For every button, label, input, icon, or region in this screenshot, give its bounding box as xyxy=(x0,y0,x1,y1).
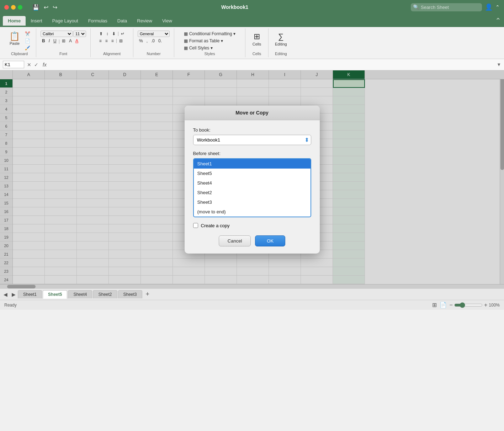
sheet-list-item-sheet3[interactable]: Sheet3 xyxy=(194,197,311,207)
font-family-select[interactable]: Calibri xyxy=(41,31,73,37)
sheet-tab-sheet2[interactable]: Sheet2 xyxy=(93,290,117,298)
add-sheet-button[interactable]: + xyxy=(143,291,153,298)
format-as-table-label: Format as Table xyxy=(189,38,220,43)
format-as-table-arrow: ▾ xyxy=(221,38,223,43)
workbook-title: Workbook1 xyxy=(221,4,248,10)
toolbar-icons: 💾 ↩ ↪ xyxy=(31,3,59,11)
divider: | xyxy=(59,38,60,44)
copy-button[interactable]: 📄 xyxy=(23,38,32,44)
search-wrapper: 🔍 xyxy=(411,3,482,11)
number-label: Number xyxy=(147,52,160,57)
fill-color-button[interactable]: A xyxy=(68,38,73,44)
underline-button[interactable]: U xyxy=(52,38,58,44)
tab-formulas[interactable]: Formulas xyxy=(83,16,112,26)
align-left-button[interactable]: ≡ xyxy=(98,38,103,44)
to-book-select[interactable]: Workbook1 xyxy=(193,135,311,145)
cancel-button[interactable]: Cancel xyxy=(219,235,251,246)
decimal-increase-button[interactable]: .0 xyxy=(150,38,156,44)
zoom-slider[interactable] xyxy=(454,302,483,308)
align-middle-button[interactable]: ↕ xyxy=(105,31,110,37)
copy-icon: 📄 xyxy=(25,38,30,43)
dialog-buttons: Cancel OK xyxy=(193,235,311,246)
minimize-button[interactable] xyxy=(11,5,16,10)
format-painter-icon: 🖌️ xyxy=(25,46,30,50)
sheet-tab-sheet4[interactable]: Sheet4 xyxy=(68,290,92,298)
formula-dropdown-icon[interactable]: ▼ xyxy=(497,62,501,67)
zoom-level: 100% xyxy=(489,303,500,308)
tab-insert[interactable]: Insert xyxy=(26,16,47,26)
sheet-tab-sheet1[interactable]: Sheet1 xyxy=(18,290,42,298)
sheet-list-item-sheet1[interactable]: Sheet1 xyxy=(194,159,311,169)
user-icon[interactable]: 👤 xyxy=(485,3,493,11)
page-view-button[interactable]: 📄 xyxy=(440,302,447,308)
close-button[interactable] xyxy=(4,5,9,10)
decimal-decrease-button[interactable]: 0. xyxy=(157,38,163,44)
ready-status: Ready xyxy=(4,303,17,308)
format-painter-button[interactable]: 🖌️ xyxy=(23,45,32,51)
formula-input[interactable] xyxy=(50,62,494,67)
sheet-list-item-sheet4[interactable]: Sheet4 xyxy=(194,178,311,188)
merge-button[interactable]: ⊞ xyxy=(118,38,124,44)
paste-button[interactable]: 📋 Paste xyxy=(7,31,22,47)
number-format-select[interactable]: General xyxy=(138,31,170,37)
bold-button[interactable]: B xyxy=(41,38,47,44)
formula-confirm-button[interactable]: ✓ xyxy=(33,61,39,68)
ok-button[interactable]: OK xyxy=(255,235,285,246)
ribbon-collapse-icon[interactable]: ⌃ xyxy=(495,16,501,25)
align-center-button[interactable]: ≡ xyxy=(104,38,109,44)
cell-styles-button[interactable]: ▦ Cell Styles ▾ xyxy=(182,45,237,51)
tab-page-layout[interactable]: Page Layout xyxy=(47,16,83,26)
percent-button[interactable]: % xyxy=(138,38,144,44)
font-top-row: Calibri 11 xyxy=(41,31,86,37)
formula-cancel-button[interactable]: ✕ xyxy=(26,61,32,68)
cells-button[interactable]: ⊞ Cells xyxy=(250,31,264,48)
align-top-button[interactable]: ⬆ xyxy=(98,31,104,37)
sheet-tab-sheet3[interactable]: Sheet3 xyxy=(118,290,142,298)
search-input[interactable] xyxy=(411,3,482,11)
formula-actions: ✕ ✓ xyxy=(26,61,39,68)
redo-icon-btn[interactable]: ↪ xyxy=(51,3,59,11)
save-icon-btn[interactable]: 💾 xyxy=(31,3,41,11)
zoom-out-button[interactable]: − xyxy=(450,302,453,308)
maximize-button[interactable] xyxy=(18,5,22,10)
tab-review[interactable]: Review xyxy=(132,16,157,26)
sheet-list-item-move-to-end[interactable]: (move to end) xyxy=(194,207,311,217)
conditional-formatting-icon: ▦ xyxy=(184,31,188,36)
border-button[interactable]: ⊞ xyxy=(60,38,67,44)
thousands-button[interactable]: , xyxy=(145,38,149,44)
font-size-select[interactable]: 11 xyxy=(73,31,86,37)
cut-button[interactable]: ✂️ xyxy=(23,31,32,37)
cell-reference-box[interactable]: K1 xyxy=(3,61,24,68)
format-as-table-button[interactable]: ▦ Format as Table ▾ xyxy=(182,38,237,44)
conditional-formatting-button[interactable]: ▦ Conditional Formatting ▾ xyxy=(182,31,237,37)
ribbon-group-editing: ∑ Editing Editing xyxy=(269,28,293,57)
zoom-in-button[interactable]: + xyxy=(484,302,487,308)
tab-view[interactable]: View xyxy=(157,16,177,26)
grid-view-button[interactable]: ⊞ xyxy=(432,302,437,308)
sheet-tab-sheet5[interactable]: Sheet5 xyxy=(43,290,67,299)
cell-styles-icon: ▦ xyxy=(184,46,188,50)
editing-button[interactable]: ∑ Editing xyxy=(273,31,289,48)
tab-data[interactable]: Data xyxy=(112,16,132,26)
sheet-tabs-bar: ◀ ▶ Sheet1 Sheet5 Sheet4 Sheet2 Sheet3 + xyxy=(0,288,504,300)
title-bar: 💾 ↩ ↪ Workbook1 🔍 👤 ⌃ xyxy=(0,0,504,14)
font-controls: Calibri 11 B I U | ⊞ A A xyxy=(41,31,86,44)
before-sheet-listbox[interactable]: Sheet1 Sheet5 Sheet4 Sheet2 Sheet3 (move… xyxy=(193,158,311,217)
font-color-button[interactable]: A xyxy=(74,38,80,44)
cut-copy-format: ✂️ 📄 🖌️ xyxy=(23,31,32,51)
tab-home[interactable]: Home xyxy=(3,16,26,26)
italic-button[interactable]: I xyxy=(47,38,51,44)
create-copy-checkbox[interactable] xyxy=(193,223,198,228)
align-bottom-button[interactable]: ⬇ xyxy=(111,31,117,37)
window-controls-icon[interactable]: ⌃ xyxy=(495,4,500,10)
sheet-nav-left-button[interactable]: ◀ xyxy=(1,292,10,297)
ribbon: 📋 Paste ✂️ 📄 🖌️ Clipboard Calibri 11 B I xyxy=(0,27,504,59)
align-right-button[interactable]: ≡ xyxy=(110,38,115,44)
sheet-nav-right-button[interactable]: ▶ xyxy=(10,292,18,297)
sheet-list-item-sheet5[interactable]: Sheet5 xyxy=(194,169,311,178)
wrap-text-button[interactable]: ↵ xyxy=(120,31,126,37)
undo-icon-btn[interactable]: ↩ xyxy=(42,3,50,11)
sheet-list-item-sheet2[interactable]: Sheet2 xyxy=(194,188,311,197)
ribbon-group-styles: ▦ Conditional Formatting ▾ ▦ Format as T… xyxy=(174,28,245,57)
cut-icon: ✂️ xyxy=(25,31,30,36)
